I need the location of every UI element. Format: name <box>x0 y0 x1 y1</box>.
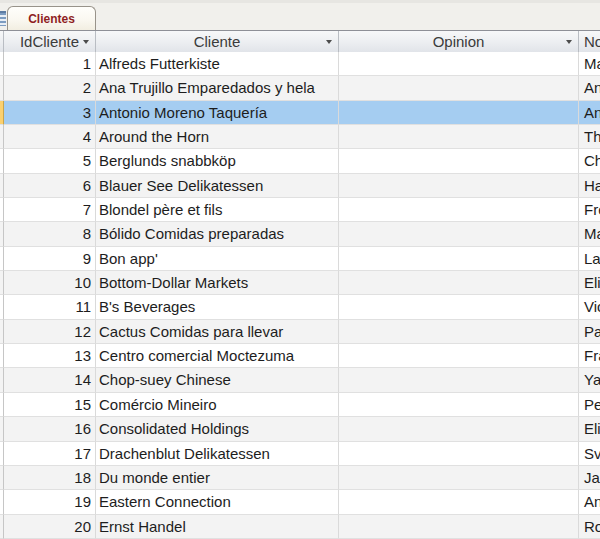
cell-contacto[interactable]: Vic <box>579 295 600 319</box>
cell-cliente[interactable]: B's Beverages <box>96 295 339 319</box>
cell-idcliente[interactable]: 2 <box>4 76 96 100</box>
table-row: 6Blauer See DelikatessenHa <box>0 174 600 198</box>
cell-opinion[interactable] <box>339 368 579 392</box>
column-header-nombre[interactable]: No <box>579 31 600 52</box>
cell-opinion[interactable] <box>339 76 579 100</box>
cell-cliente[interactable]: Cactus Comidas para llevar <box>96 320 339 344</box>
cell-cliente[interactable]: Du monde entier <box>96 466 339 490</box>
cell-contacto[interactable]: Ped <box>579 393 600 417</box>
cell-cliente[interactable]: Around the Horn <box>96 125 339 149</box>
cell-contacto[interactable]: Eliz <box>579 417 600 441</box>
tab-bar-top-strip <box>0 0 600 3</box>
cell-cliente[interactable]: Ana Trujillo Emparedados y hela <box>96 76 339 100</box>
table-row: 10Bottom-Dollar MarketsEliz <box>0 271 600 295</box>
cell-contacto[interactable]: Th <box>579 125 600 149</box>
cell-idcliente[interactable]: 8 <box>4 222 96 246</box>
cell-contacto[interactable]: Fré <box>579 198 600 222</box>
cell-cliente[interactable]: Ernst Handel <box>96 515 339 539</box>
cell-opinion[interactable] <box>339 101 579 125</box>
cell-cliente[interactable]: Drachenblut Delikatessen <box>96 442 339 466</box>
cell-opinion[interactable] <box>339 417 579 441</box>
tab-clientes[interactable]: Clientes <box>7 6 96 30</box>
filter-dropdown-icon[interactable] <box>83 40 89 44</box>
cell-contacto[interactable]: Ch <box>579 149 600 173</box>
cell-opinion[interactable] <box>339 466 579 490</box>
cell-opinion[interactable] <box>339 149 579 173</box>
cell-idcliente[interactable]: 17 <box>4 442 96 466</box>
cell-cliente[interactable]: Blondel père et fils <box>96 198 339 222</box>
cell-opinion[interactable] <box>339 515 579 539</box>
cell-contacto[interactable]: Lau <box>579 247 600 271</box>
cell-idcliente[interactable]: 19 <box>4 490 96 514</box>
column-header-idcliente[interactable]: IdCliente <box>4 31 96 52</box>
table-row: 7Blondel père et filsFré <box>0 198 600 222</box>
cell-cliente[interactable]: Bon app' <box>96 247 339 271</box>
cell-cliente[interactable]: Chop-suey Chinese <box>96 368 339 392</box>
cell-cliente[interactable]: Berglunds snabbköp <box>96 149 339 173</box>
cell-opinion[interactable] <box>339 222 579 246</box>
cell-opinion[interactable] <box>339 271 579 295</box>
cell-cliente[interactable]: Antonio Moreno Taquería <box>96 101 339 125</box>
cell-contacto[interactable]: Ma <box>579 52 600 76</box>
cell-opinion[interactable] <box>339 198 579 222</box>
cell-opinion[interactable] <box>339 125 579 149</box>
cell-idcliente[interactable]: 3 <box>4 101 96 125</box>
cell-cliente[interactable]: Consolidated Holdings <box>96 417 339 441</box>
cell-idcliente[interactable]: 6 <box>4 174 96 198</box>
cell-contacto[interactable]: Pat <box>579 320 600 344</box>
cell-cliente[interactable]: Centro comercial Moctezuma <box>96 344 339 368</box>
cell-cliente[interactable]: Bottom-Dollar Markets <box>96 271 339 295</box>
cell-idcliente[interactable]: 4 <box>4 125 96 149</box>
cell-contacto[interactable]: Ha <box>579 174 600 198</box>
table-row: 20Ernst HandelRo <box>0 515 600 539</box>
filter-dropdown-icon[interactable] <box>326 40 332 44</box>
cell-idcliente[interactable]: 7 <box>4 198 96 222</box>
cell-contacto[interactable]: Sve <box>579 442 600 466</box>
table-row: 13Centro comercial MoctezumaFra <box>0 344 600 368</box>
cell-opinion[interactable] <box>339 247 579 271</box>
cell-cliente[interactable]: Comércio Mineiro <box>96 393 339 417</box>
table-row: 11B's BeveragesVic <box>0 295 600 319</box>
cell-cliente[interactable]: Alfreds Futterkiste <box>96 52 339 76</box>
cell-cliente[interactable]: Bólido Comidas preparadas <box>96 222 339 246</box>
cell-opinion[interactable] <box>339 52 579 76</box>
cell-idcliente[interactable]: 18 <box>4 466 96 490</box>
cell-idcliente[interactable]: 12 <box>4 320 96 344</box>
table-row: 3Antonio Moreno TaqueríaAn <box>0 101 600 125</box>
cell-idcliente[interactable]: 10 <box>4 271 96 295</box>
cell-idcliente[interactable]: 1 <box>4 52 96 76</box>
table-row: 4Around the HornTh <box>0 125 600 149</box>
column-header-opinion[interactable]: Opinion <box>339 31 579 52</box>
cell-contacto[interactable]: An <box>579 490 600 514</box>
cell-idcliente[interactable]: 5 <box>4 149 96 173</box>
cell-opinion[interactable] <box>339 295 579 319</box>
cell-contacto[interactable]: Jan <box>579 466 600 490</box>
cell-contacto[interactable]: An <box>579 101 600 125</box>
cell-opinion[interactable] <box>339 490 579 514</box>
filter-dropdown-icon[interactable] <box>566 40 572 44</box>
cell-idcliente[interactable]: 9 <box>4 247 96 271</box>
cell-idcliente[interactable]: 14 <box>4 368 96 392</box>
cell-cliente[interactable]: Eastern Connection <box>96 490 339 514</box>
column-header-cliente[interactable]: Cliente <box>96 31 339 52</box>
cell-contacto[interactable]: Ma <box>579 222 600 246</box>
cell-idcliente[interactable]: 15 <box>4 393 96 417</box>
cell-opinion[interactable] <box>339 442 579 466</box>
cell-contacto[interactable]: Yan <box>579 368 600 392</box>
cell-cliente[interactable]: Blauer See Delikatessen <box>96 174 339 198</box>
table-row: 9Bon app'Lau <box>0 247 600 271</box>
column-header-label: Cliente <box>194 33 241 50</box>
cell-contacto[interactable]: Fra <box>579 344 600 368</box>
datasheet-body: 1Alfreds FutterkisteMa2Ana Trujillo Empa… <box>0 52 600 539</box>
cell-idcliente[interactable]: 20 <box>4 515 96 539</box>
cell-contacto[interactable]: An <box>579 76 600 100</box>
cell-idcliente[interactable]: 11 <box>4 295 96 319</box>
cell-opinion[interactable] <box>339 393 579 417</box>
cell-opinion[interactable] <box>339 344 579 368</box>
cell-idcliente[interactable]: 13 <box>4 344 96 368</box>
cell-opinion[interactable] <box>339 174 579 198</box>
cell-contacto[interactable]: Ro <box>579 515 600 539</box>
cell-opinion[interactable] <box>339 320 579 344</box>
cell-contacto[interactable]: Eliz <box>579 271 600 295</box>
cell-idcliente[interactable]: 16 <box>4 417 96 441</box>
